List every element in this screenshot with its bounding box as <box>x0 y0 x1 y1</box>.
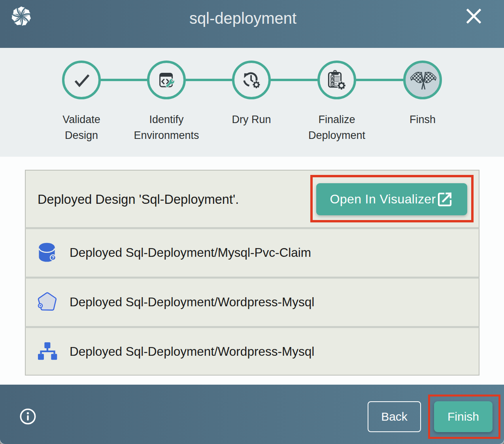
svg-text:?: ? <box>51 255 54 260</box>
